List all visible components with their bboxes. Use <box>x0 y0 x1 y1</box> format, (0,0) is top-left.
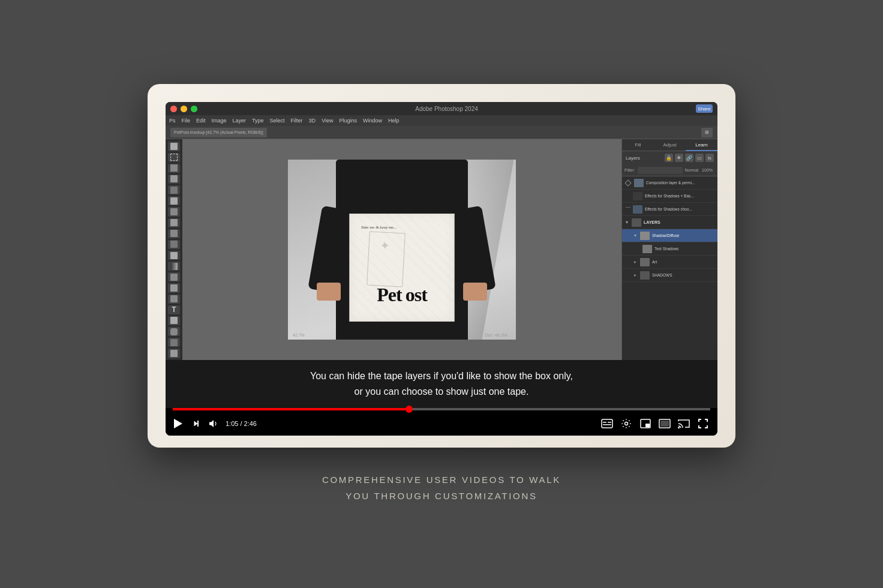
ps-menu-filter[interactable]: Filter <box>291 118 303 124</box>
ps-corner-info: 42.7% <box>293 333 305 337</box>
heading-section: COMPREHENSIVE USER VIDEOS TO WALK YOU TH… <box>322 472 561 504</box>
yt-settings-icon <box>621 418 632 429</box>
ps-tool-lasso[interactable] <box>168 164 180 173</box>
ps-toolbar-row: PetPost-mockup [42.7% (Actual Pixels, RG… <box>166 126 717 139</box>
ps-share-btn[interactable]: Share <box>696 104 713 113</box>
svg-rect-3 <box>608 422 611 423</box>
svg-rect-0 <box>197 421 199 427</box>
ps-layers-lock[interactable]: 🔒 <box>665 154 673 162</box>
yt-cast-icon <box>678 419 690 428</box>
ps-layer-row-text-shadow[interactable]: Text Shadows <box>622 242 717 256</box>
ps-layer-row-1[interactable]: Composition layer & permi... <box>622 176 717 190</box>
yt-subtitles-icon <box>601 419 613 428</box>
ps-layers-list: Composition layer & permi... Effects for… <box>622 176 717 360</box>
progress-bar-fill <box>173 408 409 410</box>
ps-tool-dodge[interactable] <box>168 283 180 292</box>
ps-tool-zoom[interactable] <box>168 349 180 358</box>
ps-tool-type[interactable]: T <box>168 305 180 314</box>
ps-tool-path-select[interactable] <box>168 316 180 325</box>
subtitle-area: You can hide the tape layers if you'd li… <box>166 360 717 407</box>
ps-right-panel: Fill Adjust Learn Layers 🔒 👁 🔗 <box>621 139 717 360</box>
yt-miniplayer-icon <box>640 419 651 428</box>
ps-menu-file[interactable]: File <box>182 118 191 124</box>
ps-maximize-button[interactable] <box>191 106 197 112</box>
ps-tool-hand[interactable] <box>168 338 180 347</box>
ps-layer-row-3[interactable]: Effects for Shadows choo... <box>622 203 717 216</box>
ps-layer-row-2[interactable]: Effects for Shadows + Bas... <box>622 190 717 203</box>
ps-layers-fx[interactable]: fx <box>705 154 714 162</box>
yt-cast-button[interactable] <box>677 416 691 431</box>
ps-minimize-button[interactable] <box>181 106 187 112</box>
ps-menu-image[interactable]: Image <box>212 118 227 124</box>
ps-menu-type[interactable]: Type <box>252 118 264 124</box>
ps-menu-layer[interactable]: Layer <box>233 118 247 124</box>
box-brand-text: Pet|ost <box>350 284 454 306</box>
svg-rect-7 <box>645 424 650 427</box>
yt-right-controls <box>600 416 710 431</box>
ps-tool-history-brush[interactable] <box>168 240 180 249</box>
video-screen: Adobe Photoshop 2024 Share Ps File Edit … <box>166 102 717 435</box>
heading-line1: COMPREHENSIVE USER VIDEOS TO WALK <box>322 472 561 488</box>
yt-volume-button[interactable] <box>208 418 218 429</box>
ps-tab-fill[interactable]: Fill <box>622 139 654 151</box>
ps-tool-heal[interactable] <box>168 207 180 216</box>
ps-tool-move[interactable] <box>168 142 180 151</box>
yt-theater-button[interactable] <box>657 416 672 431</box>
ps-close-button[interactable] <box>170 106 177 112</box>
yt-controls: 1:05 / 2:46 <box>166 412 717 436</box>
ps-tab-learn[interactable]: Learn <box>686 139 717 151</box>
yt-fullscreen-button[interactable] <box>696 416 710 431</box>
page-background: Adobe Photoshop 2024 Share Ps File Edit … <box>0 0 883 588</box>
ps-layers-toolbar: Filter: Normal 100% <box>622 164 717 176</box>
yt-theater-icon <box>659 419 671 428</box>
ps-menu-select[interactable]: Select <box>270 118 285 124</box>
ps-tool-pen[interactable] <box>168 295 180 304</box>
ps-menu-plugins[interactable]: Plugins <box>339 118 357 124</box>
ps-tool-stamp[interactable] <box>168 229 180 238</box>
ps-layers-link[interactable]: 🔗 <box>685 154 693 162</box>
yt-volume-icon <box>208 418 218 429</box>
subtitle-line2: or you can choose to show just one tape. <box>178 384 705 400</box>
ps-toolbar-arrange[interactable]: ⊞ <box>701 128 713 137</box>
ps-canvas: Take me & keep me... ✦ Pet|ost <box>288 160 516 340</box>
ps-layers-eye[interactable]: 👁 <box>675 154 683 162</box>
ps-titlebar: Adobe Photoshop 2024 Share <box>166 102 717 115</box>
video-player-wrapper: Adobe Photoshop 2024 Share Ps File Edit … <box>148 84 735 447</box>
ps-menu-help[interactable]: Help <box>388 118 400 124</box>
ps-layer-row-art[interactable]: ▸ Art <box>622 256 717 269</box>
ps-layer-row-layers[interactable]: ▾ LAYERS <box>622 216 717 229</box>
yt-skip-icon <box>190 418 200 429</box>
subtitle-line1: You can hide the tape layers if you'd li… <box>178 368 705 384</box>
ps-menu-edit[interactable]: Edit <box>196 118 206 124</box>
heading-line2: YOU THROUGH CUSTOMIZATIONS <box>322 488 561 504</box>
ps-zoom-info: Doc: 48.2M/... <box>485 333 511 337</box>
ps-tool-crop[interactable] <box>168 185 180 194</box>
ps-tool-eraser[interactable] <box>168 251 180 260</box>
ps-layer-row-shadow[interactable]: ▾ Shadow/Diffuse <box>622 229 717 242</box>
yt-play-button[interactable] <box>173 419 182 428</box>
yt-settings-button[interactable] <box>619 416 633 431</box>
ps-tool-select-rect[interactable] <box>168 153 180 162</box>
content-container: Adobe Photoshop 2024 Share Ps File Edit … <box>148 84 735 503</box>
ps-tool-shape[interactable] <box>168 327 180 336</box>
ps-tool-wand[interactable] <box>168 175 180 184</box>
progress-bar[interactable] <box>173 408 710 410</box>
ps-tool-blur[interactable] <box>168 272 180 281</box>
ps-menu-view[interactable]: View <box>322 118 333 124</box>
ps-menu-ps[interactable]: Ps <box>169 118 176 124</box>
ps-menu-window[interactable]: Window <box>363 118 382 124</box>
ps-toolbar-tab[interactable]: PetPost-mockup [42.7% (Actual Pixels, RG… <box>170 128 267 137</box>
ps-menu-3d[interactable]: 3D <box>309 118 316 124</box>
yt-miniplayer-button[interactable] <box>638 416 653 431</box>
ps-tool-gradient[interactable] <box>168 262 180 271</box>
yt-skip-button[interactable] <box>190 418 200 429</box>
ps-canvas-area: Take me & keep me... ✦ Pet|ost <box>182 139 621 360</box>
ps-layer-row-shadows[interactable]: ▸ SHADOWS <box>622 269 717 282</box>
ps-tab-adjust[interactable]: Adjust <box>654 139 686 151</box>
yt-fullscreen-icon <box>698 418 708 429</box>
ps-tool-brush[interactable] <box>168 218 180 227</box>
yt-subtitles-button[interactable] <box>600 416 614 431</box>
ps-tool-eyedropper[interactable] <box>168 196 180 205</box>
box-top-text: Take me & keep me... <box>361 225 397 230</box>
ps-layers-mask[interactable]: ▭ <box>695 154 704 162</box>
